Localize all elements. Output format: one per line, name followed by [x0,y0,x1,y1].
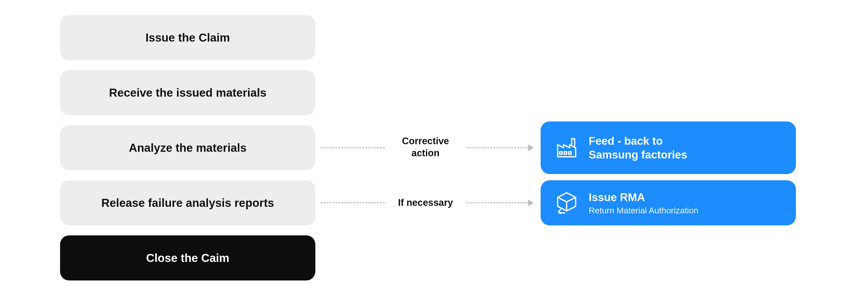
step-label: Analyze the materials [129,141,247,154]
box-return-icon [555,191,579,215]
factory-icon [555,136,579,160]
outcome-issue-rma: Issue RMA Return Material Authorization [540,180,796,225]
step-issue-claim: Issue the Claim [60,15,315,60]
step-label: Close the Caim [146,251,229,265]
connector-label-necessary: If necessary [385,197,466,209]
arrowhead-icon [528,199,534,206]
step-release-reports: Release failure analysis reports [60,180,315,225]
process-diagram: Issue the Claim Receive the issued mater… [0,0,868,302]
connector-label-corrective: Corrective action [385,135,466,159]
step-label: Issue the Claim [146,31,230,44]
arrowhead-icon [528,144,534,151]
step-label: Release failure analysis reports [101,196,274,210]
outcome-title: Feed - back to Samsung factories [589,134,687,161]
outcome-title: Issue RMA [589,190,698,204]
step-label: Receive the issued materials [109,86,267,99]
svg-rect-0 [560,152,562,154]
step-receive-materials: Receive the issued materials [60,70,315,115]
step-close-claim: Close the Caim [60,235,315,280]
outcome-feedback-factories: Feed - back to Samsung factories [540,121,796,174]
svg-rect-2 [569,152,571,154]
svg-rect-1 [564,152,567,154]
outcome-subtitle: Return Material Authorization [589,206,698,215]
step-analyze-materials: Analyze the materials [60,125,315,170]
